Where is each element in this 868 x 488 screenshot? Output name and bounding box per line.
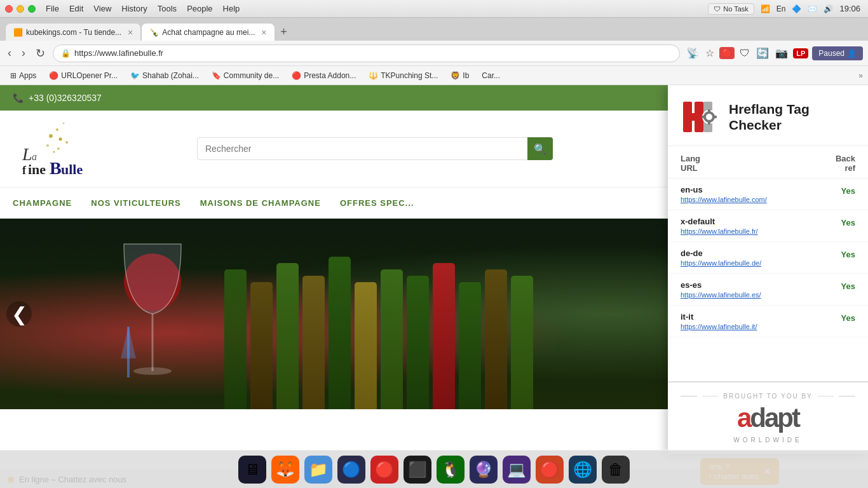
backref-3: Yes bbox=[804, 280, 855, 291]
hreflang-row-3: es-es https://www.lafinebulle.es/ Yes bbox=[668, 274, 868, 306]
dock-app8[interactable]: 🔴 bbox=[536, 456, 564, 484]
lang-info-3: es-es https://www.lafinebulle.es/ bbox=[681, 280, 804, 299]
nav-offres[interactable]: OFFRES SPEC... bbox=[340, 198, 414, 208]
nav-viticulteurs[interactable]: NOS VITICULTEURS bbox=[91, 198, 180, 208]
dock-files[interactable]: 📁 bbox=[304, 456, 332, 484]
star-icon[interactable]: ☆ bbox=[704, 46, 715, 60]
presta-icon: 🔴 bbox=[292, 71, 301, 80]
forward-button[interactable]: › bbox=[19, 44, 28, 62]
menu-tools[interactable]: Tools bbox=[158, 4, 177, 13]
nav-champagne[interactable]: CHAMPAGNE bbox=[13, 198, 72, 208]
dock-app6[interactable]: 🔮 bbox=[470, 456, 498, 484]
no-task-button[interactable]: 🛡 No Task bbox=[708, 3, 754, 15]
address-bar[interactable]: 🔒 https://www.lafinebulle.fr bbox=[53, 44, 680, 62]
dock-terminal[interactable]: ⬛ bbox=[403, 456, 431, 484]
minimize-button[interactable] bbox=[17, 5, 24, 13]
bookmark-shahab-label: Shahab (Zohai... bbox=[142, 71, 199, 80]
search-input[interactable] bbox=[197, 137, 553, 160]
new-tab-button[interactable]: + bbox=[275, 23, 293, 41]
paused-button[interactable]: Paused 👤 bbox=[812, 46, 863, 60]
svg-rect-28 bbox=[714, 116, 717, 118]
svg-point-3 bbox=[46, 144, 49, 147]
lang-url-2[interactable]: https://www.lafinebulle.de/ bbox=[681, 259, 804, 267]
svg-marker-18 bbox=[121, 327, 136, 358]
hreflang-row-1: x-default https://www.lafinebulle.fr/ Ye… bbox=[668, 210, 868, 242]
bookmark-apps[interactable]: ⊞ Apps bbox=[5, 70, 41, 81]
extension-icon[interactable]: 🔴 bbox=[719, 47, 735, 59]
close-button[interactable] bbox=[5, 5, 13, 13]
tab-2-close[interactable]: × bbox=[261, 27, 266, 37]
adblocker-icon[interactable]: 🛡 bbox=[738, 46, 751, 60]
website-content: 📞 +33 (0)326320537 L a bbox=[0, 85, 868, 488]
svg-point-6 bbox=[53, 151, 55, 153]
lang-url-1[interactable]: https://www.lafinebulle.fr/ bbox=[681, 227, 804, 235]
bookmark-urlopener-label: URLOpener Pr... bbox=[61, 71, 118, 80]
nav-maisons[interactable]: MAISONS DE CHAMPAGNE bbox=[200, 198, 321, 208]
site-logo: L a f ine B ulle bbox=[13, 117, 114, 180]
tab-2[interactable]: 🍾 Achat champagne au mei... × bbox=[141, 23, 275, 41]
bookmark-ib[interactable]: 🦁 Ib bbox=[445, 70, 474, 81]
bookmark-tkpunching[interactable]: 🔱 TKPunching St... bbox=[363, 70, 443, 81]
phone-icon: 📞 bbox=[13, 93, 24, 103]
menu-help[interactable]: Help bbox=[223, 4, 240, 13]
lastpass-icon[interactable]: LP bbox=[793, 48, 808, 58]
maximize-button[interactable] bbox=[28, 5, 36, 13]
svg-text:B: B bbox=[50, 158, 62, 178]
ib-icon: 🦁 bbox=[451, 71, 460, 80]
wine-glass-image bbox=[114, 231, 191, 403]
dock-app5[interactable]: 🐧 bbox=[437, 456, 465, 484]
menu-file[interactable]: File bbox=[46, 4, 59, 13]
menu-bar: File Edit View History Tools People Help bbox=[46, 4, 240, 13]
dock-app7[interactable]: 💻 bbox=[503, 456, 531, 484]
more-bookmarks[interactable]: » bbox=[858, 71, 863, 80]
lang-info-0: en-us https://www.lafinebulle.com/ bbox=[681, 185, 804, 203]
brought-by-label: BROUGHT TO YOU BY bbox=[681, 393, 855, 400]
title-bar-right: 🛡 No Task 📶 En 🔷 ✉️ 🔊 19:06 bbox=[708, 0, 860, 17]
dock-firefox[interactable]: 🦊 bbox=[271, 456, 299, 484]
bookmark-urlopener[interactable]: 🔴 URLOpener Pr... bbox=[44, 70, 123, 81]
phone-number: +33 (0)326320537 bbox=[29, 93, 102, 103]
tab-1-close[interactable]: × bbox=[128, 27, 133, 37]
bookmark-community[interactable]: 🔖 Community de... bbox=[207, 70, 284, 81]
lang-code-0: en-us bbox=[681, 185, 804, 194]
camera-icon[interactable]: 📷 bbox=[774, 46, 789, 60]
bookmarks-bar: ⊞ Apps 🔴 URLOpener Pr... 🐦 Shahab (Zohai… bbox=[0, 66, 868, 85]
lang-url-3[interactable]: https://www.lafinebulle.es/ bbox=[681, 291, 804, 299]
bookmark-ib-label: Ib bbox=[463, 71, 469, 80]
menu-people[interactable]: People bbox=[187, 4, 212, 13]
menu-view[interactable]: View bbox=[93, 4, 111, 13]
bookmark-presta-label: Presta Addon... bbox=[304, 71, 356, 80]
dock-finder[interactable]: 🖥 bbox=[238, 456, 266, 484]
sync-icon[interactable]: 🔄 bbox=[755, 46, 770, 60]
no-task-label: No Task bbox=[723, 5, 749, 13]
backref-1: Yes bbox=[804, 217, 855, 227]
menu-history[interactable]: History bbox=[121, 4, 147, 13]
svg-point-7 bbox=[57, 147, 60, 150]
lang-info-4: it-it https://www.lafinebulle.it/ bbox=[681, 312, 804, 330]
bookmark-car-label: Car... bbox=[482, 71, 500, 80]
dock-app3[interactable]: 🔵 bbox=[337, 456, 365, 484]
dock-trash[interactable]: 🗑 bbox=[602, 456, 630, 484]
bookmark-presta[interactable]: 🔴 Presta Addon... bbox=[287, 70, 361, 81]
bookmark-shahab[interactable]: 🐦 Shahab (Zohai... bbox=[125, 70, 204, 81]
dock-app4[interactable]: 🔴 bbox=[370, 456, 398, 484]
task-icon: 🛡 bbox=[714, 5, 721, 13]
refresh-button[interactable]: ↻ bbox=[33, 44, 48, 63]
bookmark-car[interactable]: Car... bbox=[477, 70, 505, 81]
mac-dock: 🖥 🦊 📁 🔵 🔴 ⬛ 🐧 🔮 💻 🔴 🌐 🗑 bbox=[0, 450, 868, 488]
search-button[interactable]: 🔍 bbox=[527, 137, 553, 160]
svg-text:ulle: ulle bbox=[61, 161, 83, 177]
bookmark-tk-label: TKPunching St... bbox=[381, 71, 438, 80]
cast-icon[interactable]: 📡 bbox=[685, 46, 700, 60]
back-button[interactable]: ‹ bbox=[5, 44, 14, 62]
dock-app9[interactable]: 🌐 bbox=[569, 456, 597, 484]
menu-edit[interactable]: Edit bbox=[69, 4, 83, 13]
svg-point-4 bbox=[63, 123, 65, 125]
lang-url-0[interactable]: https://www.lafinebulle.com/ bbox=[681, 196, 804, 203]
hero-prev-button[interactable]: ❮ bbox=[6, 301, 32, 327]
hreflang-row-0: en-us https://www.lafinebulle.com/ Yes bbox=[668, 179, 868, 210]
lang-url-4[interactable]: https://www.lafinebulle.it/ bbox=[681, 323, 804, 330]
logo-svg: L a f ine B ulle bbox=[13, 117, 114, 180]
tab-1[interactable]: 🟧 kubekings.com - Tu tiende... × bbox=[5, 23, 141, 41]
backref-4: Yes bbox=[804, 312, 855, 323]
